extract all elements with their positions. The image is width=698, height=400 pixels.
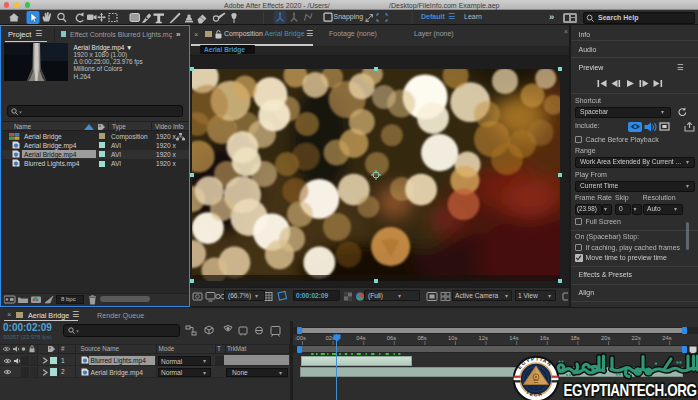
svg-text:EGYPTIANTECH.ORG: EGYPTIANTECH.ORG: [564, 381, 697, 399]
